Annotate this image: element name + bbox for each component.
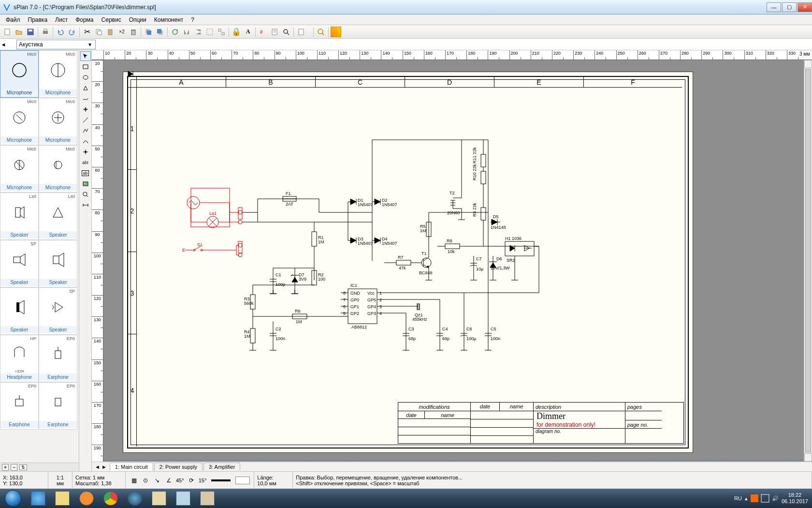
component-microphone-2[interactable]: Mic0Microphone bbox=[0, 98, 39, 145]
ungroup-icon[interactable] bbox=[216, 27, 227, 37]
taskbar-chrome[interactable] bbox=[99, 489, 123, 508]
save-icon[interactable] bbox=[25, 27, 36, 37]
component-speaker-6[interactable]: Ls0Speaker bbox=[0, 193, 39, 240]
tab-power[interactable]: 2: Power supply bbox=[154, 463, 203, 471]
maximize-button[interactable]: ▢ bbox=[782, 2, 797, 12]
component-microphone-4[interactable]: Mic0Microphone bbox=[0, 145, 39, 193]
tab-amp[interactable]: 3: Amplifier bbox=[203, 463, 240, 471]
taskbar-media[interactable] bbox=[74, 489, 99, 508]
special-tool-icon[interactable] bbox=[80, 105, 91, 114]
undo-icon[interactable] bbox=[55, 27, 66, 37]
component-earphone-14[interactable]: EP0Earphone bbox=[0, 382, 39, 430]
lock-icon[interactable]: 🔒 bbox=[231, 27, 242, 37]
tray-lang[interactable]: RU bbox=[734, 495, 742, 501]
component-headphone-12[interactable]: HP>32RHeadphone bbox=[0, 335, 39, 382]
component-earphone-13[interactable]: EP0Earphone bbox=[39, 335, 77, 382]
rotate-icon[interactable] bbox=[170, 27, 180, 37]
rect-tool-icon[interactable] bbox=[80, 62, 91, 72]
list-icon[interactable] bbox=[269, 27, 280, 37]
renumber-icon[interactable]: # bbox=[258, 27, 268, 37]
menu-sheet[interactable]: Лист bbox=[51, 15, 72, 25]
component-speaker-7[interactable]: Ls0Speaker bbox=[39, 193, 77, 240]
component-microphone-3[interactable]: Mic0Microphone bbox=[39, 98, 77, 145]
pointer-tool-icon[interactable] bbox=[80, 51, 91, 61]
menu-file[interactable]: Файл bbox=[2, 15, 24, 25]
node-tool-icon[interactable] bbox=[80, 147, 91, 157]
component-earphone-15[interactable]: EP0Earphone bbox=[39, 382, 77, 430]
duplicate-icon[interactable]: ×2 bbox=[116, 27, 127, 37]
scroll-thumb[interactable] bbox=[805, 69, 811, 452]
line-style-icon[interactable] bbox=[235, 477, 250, 484]
tray-clock[interactable]: 18:22 06.10.2017 bbox=[782, 492, 808, 505]
snap2-icon[interactable]: ↘ bbox=[153, 476, 161, 485]
taskbar-splan[interactable] bbox=[195, 489, 219, 508]
send-back-icon[interactable] bbox=[155, 27, 165, 37]
image-tool-icon[interactable] bbox=[80, 179, 91, 189]
lib-remove-button[interactable]: − bbox=[11, 464, 17, 471]
cut-icon[interactable]: ✂ bbox=[82, 27, 92, 37]
menu-service[interactable]: Сервис bbox=[98, 15, 125, 25]
taskbar-explorer[interactable] bbox=[50, 489, 74, 508]
scroll-down-icon[interactable] bbox=[804, 453, 812, 462]
component-speaker-8[interactable]: SPSpeaker bbox=[0, 240, 39, 287]
vertical-scrollbar[interactable] bbox=[804, 60, 812, 462]
line-tool-icon[interactable] bbox=[80, 115, 91, 125]
taskbar-app3[interactable] bbox=[171, 489, 195, 508]
taskbar-app2[interactable] bbox=[147, 489, 171, 508]
circle-tool-icon[interactable] bbox=[80, 73, 91, 82]
magnify-tool-icon[interactable] bbox=[80, 190, 91, 199]
tray-flag-icon[interactable] bbox=[751, 494, 758, 502]
tray-network-icon[interactable] bbox=[761, 494, 769, 502]
textlabel-tool-icon[interactable]: ab bbox=[80, 168, 91, 178]
taskbar-app1[interactable] bbox=[123, 489, 147, 508]
component-speaker-10[interactable]: Speaker bbox=[0, 287, 39, 335]
copy-icon[interactable] bbox=[93, 27, 104, 37]
open-icon[interactable] bbox=[14, 27, 24, 37]
tray-up-icon[interactable]: ▴ bbox=[745, 495, 748, 502]
menu-help[interactable]: ? bbox=[187, 15, 198, 25]
measure-tool-icon[interactable] bbox=[80, 200, 91, 210]
scroll-up-icon[interactable] bbox=[804, 60, 812, 68]
component-speaker-11[interactable]: SPSpeaker bbox=[39, 287, 77, 335]
minimize-button[interactable]: — bbox=[767, 2, 781, 12]
tray-volume-icon[interactable]: 🔊 bbox=[772, 495, 779, 502]
text-tool-icon[interactable]: abI bbox=[80, 158, 91, 167]
rotate-step-icon[interactable]: ⟳ bbox=[187, 476, 196, 485]
angle-icon[interactable]: ∠ bbox=[164, 476, 173, 485]
new-icon[interactable] bbox=[2, 27, 13, 37]
lib-prev-icon[interactable]: ◄ bbox=[0, 42, 7, 47]
grid-toggle-icon[interactable]: ▦ bbox=[130, 476, 138, 485]
bring-front-icon[interactable] bbox=[143, 27, 154, 37]
menu-component[interactable]: Компонент bbox=[150, 15, 188, 25]
taskbar-ie[interactable] bbox=[26, 489, 50, 508]
group-icon[interactable] bbox=[204, 27, 215, 37]
close-button[interactable]: ✕ bbox=[798, 2, 812, 12]
component-microphone-1[interactable]: Mic0Microphone bbox=[39, 50, 77, 98]
print-icon[interactable] bbox=[40, 27, 51, 37]
lib-add-button[interactable]: + bbox=[2, 464, 9, 471]
freehand-tool-icon[interactable] bbox=[80, 94, 91, 104]
font-icon[interactable]: A bbox=[243, 27, 253, 37]
component-microphone-0[interactable]: Mic0Microphone bbox=[0, 50, 39, 98]
category-dropdown[interactable]: Акустика ▾ bbox=[16, 40, 96, 49]
zoom-icon[interactable] bbox=[316, 27, 326, 37]
drawing-canvas[interactable]: A B C D E F 1 2 3 4 bbox=[103, 60, 804, 462]
menu-form[interactable]: Форма bbox=[72, 15, 97, 25]
component-microphone-5[interactable]: Mic0Microphone bbox=[39, 145, 77, 193]
tab-main[interactable]: 1: Main circuit bbox=[110, 463, 153, 471]
start-button[interactable] bbox=[0, 489, 26, 508]
lib-reorder-button[interactable]: ⇅ bbox=[19, 464, 27, 470]
polyline-tool-icon[interactable] bbox=[80, 126, 91, 135]
poly-tool-icon[interactable] bbox=[80, 83, 91, 93]
redo-icon[interactable] bbox=[67, 27, 77, 37]
snap-icon[interactable]: ⊙ bbox=[141, 476, 150, 485]
mirror-v-icon[interactable] bbox=[193, 27, 203, 37]
search-icon[interactable] bbox=[281, 27, 291, 37]
line-weight-icon[interactable] bbox=[211, 479, 231, 481]
component-speaker-9[interactable]: Speaker bbox=[39, 240, 77, 287]
menu-edit[interactable]: Правка bbox=[24, 15, 52, 25]
color-icon[interactable] bbox=[331, 27, 341, 37]
menu-options[interactable]: Опции bbox=[125, 15, 150, 25]
page-icon[interactable] bbox=[296, 27, 306, 37]
delete-icon[interactable] bbox=[128, 27, 139, 37]
